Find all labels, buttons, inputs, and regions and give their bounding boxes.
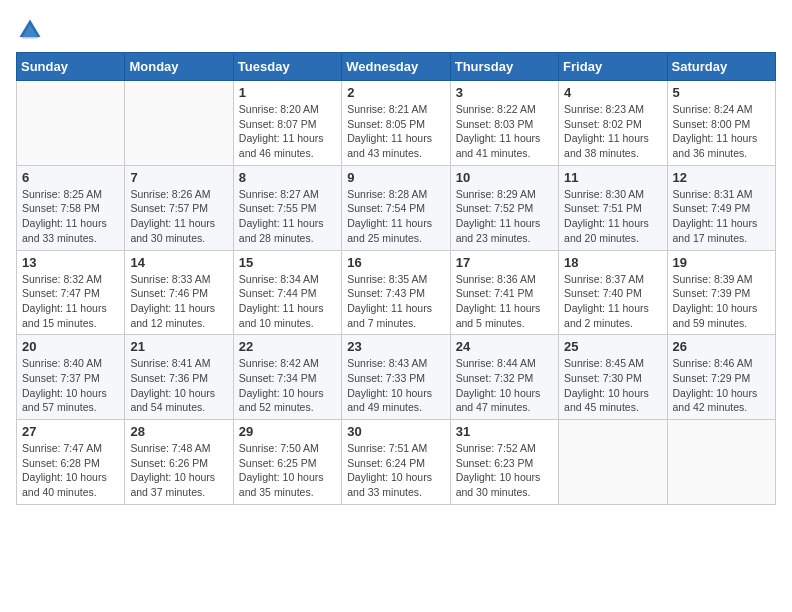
calendar-header-wednesday: Wednesday [342,53,450,81]
day-info: Sunrise: 8:42 AM Sunset: 7:34 PM Dayligh… [239,356,336,415]
day-info: Sunrise: 8:43 AM Sunset: 7:33 PM Dayligh… [347,356,444,415]
calendar-cell [17,81,125,166]
day-info: Sunrise: 7:48 AM Sunset: 6:26 PM Dayligh… [130,441,227,500]
calendar-week-row: 20Sunrise: 8:40 AM Sunset: 7:37 PM Dayli… [17,335,776,420]
calendar-cell: 6Sunrise: 8:25 AM Sunset: 7:58 PM Daylig… [17,165,125,250]
day-number: 14 [130,255,227,270]
day-number: 8 [239,170,336,185]
calendar-cell: 18Sunrise: 8:37 AM Sunset: 7:40 PM Dayli… [559,250,667,335]
logo-icon [16,16,44,44]
day-info: Sunrise: 8:44 AM Sunset: 7:32 PM Dayligh… [456,356,553,415]
day-info: Sunrise: 8:25 AM Sunset: 7:58 PM Dayligh… [22,187,119,246]
day-info: Sunrise: 8:40 AM Sunset: 7:37 PM Dayligh… [22,356,119,415]
day-number: 29 [239,424,336,439]
day-info: Sunrise: 8:32 AM Sunset: 7:47 PM Dayligh… [22,272,119,331]
calendar-cell: 16Sunrise: 8:35 AM Sunset: 7:43 PM Dayli… [342,250,450,335]
day-number: 28 [130,424,227,439]
day-info: Sunrise: 8:21 AM Sunset: 8:05 PM Dayligh… [347,102,444,161]
calendar-week-row: 6Sunrise: 8:25 AM Sunset: 7:58 PM Daylig… [17,165,776,250]
day-number: 7 [130,170,227,185]
day-number: 6 [22,170,119,185]
day-number: 25 [564,339,661,354]
calendar-cell [125,81,233,166]
day-number: 13 [22,255,119,270]
calendar-week-row: 27Sunrise: 7:47 AM Sunset: 6:28 PM Dayli… [17,420,776,505]
day-info: Sunrise: 8:33 AM Sunset: 7:46 PM Dayligh… [130,272,227,331]
day-number: 4 [564,85,661,100]
day-info: Sunrise: 8:36 AM Sunset: 7:41 PM Dayligh… [456,272,553,331]
day-number: 10 [456,170,553,185]
day-info: Sunrise: 8:26 AM Sunset: 7:57 PM Dayligh… [130,187,227,246]
calendar-header-thursday: Thursday [450,53,558,81]
day-info: Sunrise: 8:30 AM Sunset: 7:51 PM Dayligh… [564,187,661,246]
calendar-cell: 20Sunrise: 8:40 AM Sunset: 7:37 PM Dayli… [17,335,125,420]
day-number: 9 [347,170,444,185]
calendar-cell: 9Sunrise: 8:28 AM Sunset: 7:54 PM Daylig… [342,165,450,250]
day-info: Sunrise: 8:28 AM Sunset: 7:54 PM Dayligh… [347,187,444,246]
day-number: 26 [673,339,770,354]
calendar-cell: 24Sunrise: 8:44 AM Sunset: 7:32 PM Dayli… [450,335,558,420]
calendar-cell: 29Sunrise: 7:50 AM Sunset: 6:25 PM Dayli… [233,420,341,505]
calendar-cell: 14Sunrise: 8:33 AM Sunset: 7:46 PM Dayli… [125,250,233,335]
calendar-cell: 10Sunrise: 8:29 AM Sunset: 7:52 PM Dayli… [450,165,558,250]
day-info: Sunrise: 8:20 AM Sunset: 8:07 PM Dayligh… [239,102,336,161]
day-number: 20 [22,339,119,354]
calendar-week-row: 1Sunrise: 8:20 AM Sunset: 8:07 PM Daylig… [17,81,776,166]
day-number: 2 [347,85,444,100]
calendar-cell: 30Sunrise: 7:51 AM Sunset: 6:24 PM Dayli… [342,420,450,505]
calendar-cell: 11Sunrise: 8:30 AM Sunset: 7:51 PM Dayli… [559,165,667,250]
calendar-cell: 7Sunrise: 8:26 AM Sunset: 7:57 PM Daylig… [125,165,233,250]
day-number: 17 [456,255,553,270]
day-number: 22 [239,339,336,354]
day-info: Sunrise: 8:35 AM Sunset: 7:43 PM Dayligh… [347,272,444,331]
day-info: Sunrise: 8:29 AM Sunset: 7:52 PM Dayligh… [456,187,553,246]
day-number: 3 [456,85,553,100]
day-info: Sunrise: 8:22 AM Sunset: 8:03 PM Dayligh… [456,102,553,161]
day-info: Sunrise: 7:47 AM Sunset: 6:28 PM Dayligh… [22,441,119,500]
day-number: 19 [673,255,770,270]
calendar-cell: 25Sunrise: 8:45 AM Sunset: 7:30 PM Dayli… [559,335,667,420]
calendar-cell: 4Sunrise: 8:23 AM Sunset: 8:02 PM Daylig… [559,81,667,166]
calendar-cell: 17Sunrise: 8:36 AM Sunset: 7:41 PM Dayli… [450,250,558,335]
day-number: 12 [673,170,770,185]
calendar-cell: 8Sunrise: 8:27 AM Sunset: 7:55 PM Daylig… [233,165,341,250]
day-info: Sunrise: 8:41 AM Sunset: 7:36 PM Dayligh… [130,356,227,415]
calendar-cell: 1Sunrise: 8:20 AM Sunset: 8:07 PM Daylig… [233,81,341,166]
logo [16,16,48,44]
day-number: 27 [22,424,119,439]
day-info: Sunrise: 8:34 AM Sunset: 7:44 PM Dayligh… [239,272,336,331]
calendar-header-monday: Monday [125,53,233,81]
calendar-header-sunday: Sunday [17,53,125,81]
calendar-cell: 12Sunrise: 8:31 AM Sunset: 7:49 PM Dayli… [667,165,775,250]
day-info: Sunrise: 8:23 AM Sunset: 8:02 PM Dayligh… [564,102,661,161]
day-number: 16 [347,255,444,270]
day-info: Sunrise: 7:52 AM Sunset: 6:23 PM Dayligh… [456,441,553,500]
calendar-week-row: 13Sunrise: 8:32 AM Sunset: 7:47 PM Dayli… [17,250,776,335]
calendar-cell [667,420,775,505]
calendar-cell: 26Sunrise: 8:46 AM Sunset: 7:29 PM Dayli… [667,335,775,420]
day-number: 31 [456,424,553,439]
calendar-cell: 31Sunrise: 7:52 AM Sunset: 6:23 PM Dayli… [450,420,558,505]
day-number: 15 [239,255,336,270]
calendar-cell: 13Sunrise: 8:32 AM Sunset: 7:47 PM Dayli… [17,250,125,335]
day-number: 1 [239,85,336,100]
calendar-header-tuesday: Tuesday [233,53,341,81]
calendar-cell: 28Sunrise: 7:48 AM Sunset: 6:26 PM Dayli… [125,420,233,505]
page-header [16,16,776,44]
calendar-cell: 23Sunrise: 8:43 AM Sunset: 7:33 PM Dayli… [342,335,450,420]
calendar-cell: 5Sunrise: 8:24 AM Sunset: 8:00 PM Daylig… [667,81,775,166]
calendar-header-friday: Friday [559,53,667,81]
day-number: 5 [673,85,770,100]
day-number: 23 [347,339,444,354]
day-info: Sunrise: 8:45 AM Sunset: 7:30 PM Dayligh… [564,356,661,415]
calendar-cell: 22Sunrise: 8:42 AM Sunset: 7:34 PM Dayli… [233,335,341,420]
day-info: Sunrise: 8:46 AM Sunset: 7:29 PM Dayligh… [673,356,770,415]
day-number: 18 [564,255,661,270]
calendar-cell: 15Sunrise: 8:34 AM Sunset: 7:44 PM Dayli… [233,250,341,335]
calendar-cell: 3Sunrise: 8:22 AM Sunset: 8:03 PM Daylig… [450,81,558,166]
day-info: Sunrise: 8:27 AM Sunset: 7:55 PM Dayligh… [239,187,336,246]
calendar-cell: 21Sunrise: 8:41 AM Sunset: 7:36 PM Dayli… [125,335,233,420]
calendar-body: 1Sunrise: 8:20 AM Sunset: 8:07 PM Daylig… [17,81,776,505]
calendar-cell: 19Sunrise: 8:39 AM Sunset: 7:39 PM Dayli… [667,250,775,335]
day-info: Sunrise: 8:24 AM Sunset: 8:00 PM Dayligh… [673,102,770,161]
